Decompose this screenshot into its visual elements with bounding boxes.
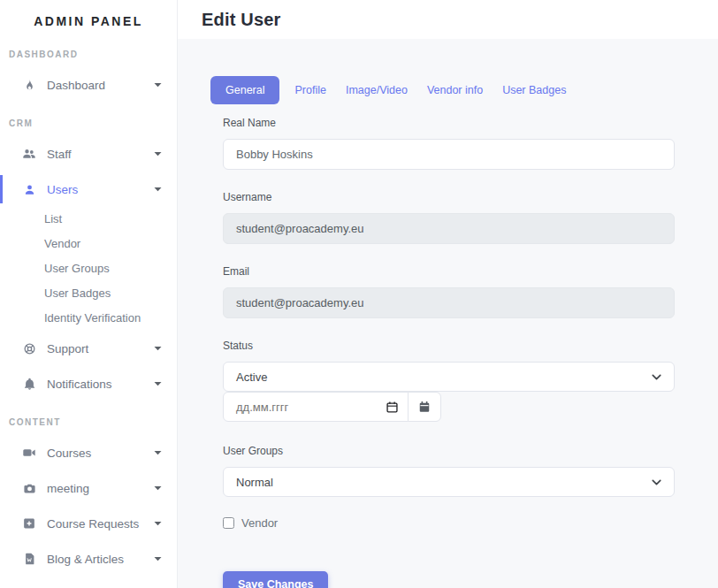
content: GeneralProfileImage/VideoVendor infoUser… xyxy=(178,39,718,588)
file-word-icon xyxy=(22,552,36,566)
vendor-checkbox-label: Vendor xyxy=(241,516,278,530)
page-title: Edit User xyxy=(202,10,281,30)
tab-image-video[interactable]: Image/Video xyxy=(341,84,412,96)
sidebar-item-label: Users xyxy=(47,183,154,196)
caret-down-icon xyxy=(154,556,162,561)
email-value: student@proacademy.eu xyxy=(236,296,364,309)
sidebar-item-dashboard[interactable]: Dashboard xyxy=(0,67,177,103)
email-label: Email xyxy=(223,265,675,278)
sidebar-section-content: CONTENT xyxy=(0,417,177,428)
sidebar-item-course-requests[interactable]: Course Requests xyxy=(0,506,177,541)
sidebar: ADMIN PANEL DASHBOARDDashboardCRMStaffUs… xyxy=(0,0,178,588)
main-area: Edit User GeneralProfileImage/VideoVendo… xyxy=(178,0,718,588)
tab-profile[interactable]: Profile xyxy=(290,84,330,96)
sidebar-item-channels[interactable]: Channels xyxy=(0,577,177,588)
sidebar-nav: DASHBOARDDashboardCRMStaffUsersListVendo… xyxy=(0,50,177,588)
caret-down-icon xyxy=(154,381,162,386)
caret-down-icon xyxy=(154,521,162,526)
sidebar-subitem-identity-verification[interactable]: Identity Verification xyxy=(0,306,177,331)
caret-down-icon xyxy=(154,346,162,351)
sidebar-subitem-list[interactable]: List xyxy=(0,207,177,232)
calendar-picker-button[interactable] xyxy=(408,392,441,422)
users-icon xyxy=(22,147,36,161)
sidebar-item-notifications[interactable]: Notifications xyxy=(0,366,177,401)
sidebar-item-label: Blog & Articles xyxy=(47,553,154,566)
username-value: student@proacademy.eu xyxy=(236,222,364,235)
email-input: student@proacademy.eu xyxy=(223,287,675,318)
tab-general[interactable]: General xyxy=(210,76,279,104)
camera-icon xyxy=(22,481,36,495)
username-field: Username student@proacademy.eu xyxy=(223,191,675,244)
sidebar-item-label: Staff xyxy=(47,148,154,161)
chevron-down-icon xyxy=(650,476,663,489)
sidebar-subitem-user-groups[interactable]: User Groups xyxy=(0,256,177,281)
save-changes-button[interactable]: Save Changes xyxy=(223,571,328,588)
vendor-checkbox[interactable] xyxy=(223,517,234,529)
topbar: Edit User xyxy=(178,0,718,39)
fire-icon xyxy=(22,78,36,92)
username-label: Username xyxy=(223,191,675,203)
sidebar-section-dashboard: DASHBOARD xyxy=(0,50,177,60)
video-icon xyxy=(22,446,36,460)
sidebar-item-blog-articles[interactable]: Blog & Articles xyxy=(0,541,177,577)
sidebar-item-staff[interactable]: Staff xyxy=(0,136,177,172)
sidebar-item-label: Courses xyxy=(47,447,154,460)
user-icon xyxy=(22,182,36,196)
sidebar-item-label: Notifications xyxy=(47,378,154,391)
user-groups-field: User Groups Normal xyxy=(223,445,675,497)
calendar-outline-icon[interactable] xyxy=(386,401,399,414)
banned-date-placeholder: дд.мм.гггг xyxy=(236,401,288,414)
caret-down-icon xyxy=(154,187,162,192)
sidebar-item-courses[interactable]: Courses xyxy=(0,435,177,470)
edit-user-form: Real Name Bobby Hoskins Username student… xyxy=(223,117,675,588)
sidebar-item-support[interactable]: Support xyxy=(0,331,177,366)
status-field: Status Active дд.мм.гггг xyxy=(223,340,675,422)
user-groups-label: User Groups xyxy=(223,445,675,457)
calendar-solid-icon xyxy=(418,401,431,413)
banned-date-row: дд.мм.гггг xyxy=(223,392,675,422)
vendor-checkbox-row[interactable]: Vendor xyxy=(223,516,675,530)
email-field: Email student@proacademy.eu xyxy=(223,265,675,318)
sidebar-item-label: Course Requests xyxy=(47,517,154,531)
real-name-input[interactable]: Bobby Hoskins xyxy=(223,139,675,170)
real-name-label: Real Name xyxy=(223,117,675,129)
tab-vendor-info[interactable]: Vendor info xyxy=(423,84,487,96)
caret-down-icon xyxy=(154,82,162,88)
sidebar-subitem-user-badges[interactable]: User Badges xyxy=(0,281,177,306)
bell-icon xyxy=(22,377,36,391)
tab-user-badges[interactable]: User Badges xyxy=(498,84,570,96)
status-select[interactable]: Active xyxy=(223,362,675,392)
sidebar-item-users[interactable]: Users xyxy=(0,172,177,207)
caret-down-icon xyxy=(154,450,162,455)
life-ring-icon xyxy=(22,341,36,355)
status-label: Status xyxy=(223,340,675,352)
brand-title: ADMIN PANEL xyxy=(0,0,177,34)
caret-down-icon xyxy=(154,151,162,157)
user-groups-select[interactable]: Normal xyxy=(223,467,675,497)
chevron-down-icon xyxy=(650,370,663,384)
real-name-value: Bobby Hoskins xyxy=(236,148,313,161)
sidebar-section-crm: CRM xyxy=(0,118,177,129)
status-selected-value: Active xyxy=(236,370,267,384)
sidebar-item-label: meeting xyxy=(47,482,154,495)
banned-date-input[interactable]: дд.мм.гггг xyxy=(223,392,409,422)
sidebar-item-label: Dashboard xyxy=(47,79,154,92)
username-input: student@proacademy.eu xyxy=(223,213,675,244)
user-groups-selected-value: Normal xyxy=(236,476,273,489)
tab-bar: GeneralProfileImage/VideoVendor infoUser… xyxy=(210,76,718,103)
sidebar-item-label: Support xyxy=(47,342,154,355)
real-name-field: Real Name Bobby Hoskins xyxy=(223,117,675,170)
sidebar-subitem-vendor[interactable]: Vendor xyxy=(0,232,177,256)
sidebar-item-meeting[interactable]: meeting xyxy=(0,470,177,506)
caret-down-icon xyxy=(154,485,162,491)
plus-square-icon xyxy=(22,516,36,531)
